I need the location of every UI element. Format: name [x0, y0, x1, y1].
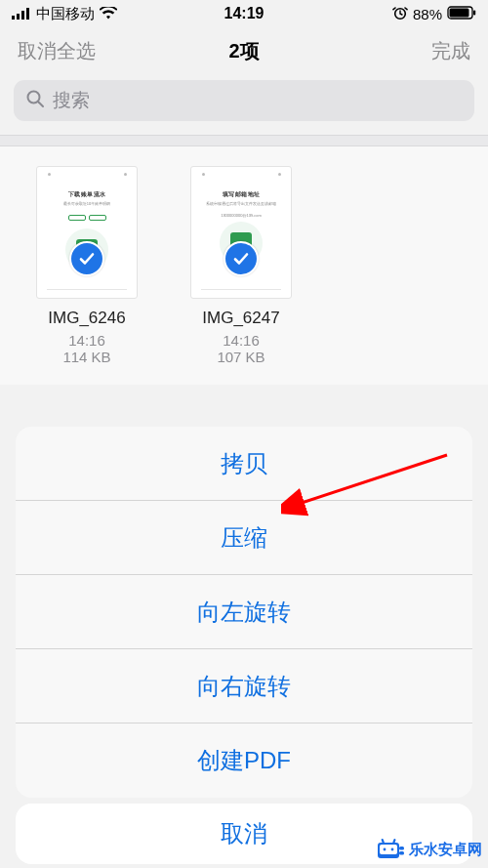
svg-point-15 — [384, 848, 386, 851]
file-name: IMG_6246 — [48, 309, 125, 328]
watermark: 乐水安卓网 — [376, 837, 482, 862]
battery-icon — [447, 6, 476, 22]
action-copy[interactable]: 拷贝 — [16, 427, 472, 501]
svg-line-9 — [39, 103, 44, 107]
file-thumbnail: 下载账单流水 最长可获取近10年账单明细 — [36, 166, 138, 299]
svg-rect-6 — [450, 8, 469, 17]
page-title: 2项 — [228, 38, 259, 64]
alarm-icon — [392, 5, 408, 23]
action-label: 拷贝 — [221, 448, 267, 479]
action-rotate-left[interactable]: 向左旋转 — [16, 575, 472, 649]
done-button[interactable]: 完成 — [431, 38, 470, 64]
search-wrap: 搜索 — [0, 74, 488, 135]
search-input[interactable]: 搜索 — [14, 80, 474, 121]
status-time: 14:19 — [224, 5, 264, 22]
action-compress[interactable]: 压缩 — [16, 501, 472, 575]
section-divider — [0, 135, 488, 146]
svg-point-8 — [28, 92, 40, 103]
svg-point-16 — [391, 848, 394, 851]
svg-rect-3 — [26, 8, 29, 20]
wifi-icon — [100, 6, 117, 22]
screen: 中国移动 14:19 88% 取消全选 2项 完成 搜索 — [0, 0, 488, 868]
svg-rect-0 — [12, 16, 15, 20]
action-label: 向右旋转 — [197, 671, 291, 702]
selection-check-icon — [69, 241, 104, 276]
status-bar: 中国移动 14:19 88% — [0, 0, 488, 27]
signal-icon — [12, 6, 31, 22]
watermark-icon — [376, 837, 405, 862]
action-label: 创建PDF — [197, 745, 291, 776]
file-thumbnail: 填写邮箱地址 系统审核通过后将导出文件发送至该邮箱 1300000000@139… — [190, 166, 292, 299]
svg-rect-7 — [473, 10, 475, 15]
action-label: 向左旋转 — [197, 597, 291, 628]
svg-rect-1 — [17, 14, 20, 20]
action-create-pdf[interactable]: 创建PDF — [16, 723, 472, 798]
file-time: 14:16 — [68, 332, 105, 349]
action-rotate-right[interactable]: 向右旋转 — [16, 649, 472, 723]
deselect-all-button[interactable]: 取消全选 — [18, 38, 96, 64]
svg-rect-2 — [21, 11, 24, 20]
file-item[interactable]: 下载账单流水 最长可获取近10年账单明细 IMG_6246 14:16 114 … — [23, 166, 150, 365]
search-placeholder: 搜索 — [53, 88, 90, 113]
svg-rect-14 — [399, 851, 404, 855]
action-label: 压缩 — [221, 522, 267, 554]
file-name: IMG_6247 — [202, 309, 279, 328]
battery-percent: 88% — [413, 6, 442, 22]
file-item[interactable]: 填写邮箱地址 系统审核通过后将导出文件发送至该邮箱 1300000000@139… — [178, 166, 305, 365]
carrier-label: 中国移动 — [36, 5, 95, 23]
cancel-label: 取消 — [221, 818, 267, 849]
watermark-text: 乐水安卓网 — [409, 841, 482, 859]
svg-rect-13 — [399, 847, 404, 850]
file-size: 114 KB — [62, 349, 110, 365]
svg-rect-12 — [380, 845, 397, 854]
nav-bar: 取消全选 2项 完成 — [0, 27, 488, 74]
action-sheet: 拷贝 压缩 向左旋转 向右旋转 创建PDF — [16, 427, 472, 798]
selection-check-icon — [224, 241, 259, 276]
file-time: 14:16 — [223, 332, 260, 349]
file-size: 107 KB — [217, 349, 264, 365]
files-grid: 下载账单流水 最长可获取近10年账单明细 IMG_6246 14:16 114 … — [0, 146, 488, 385]
search-icon — [25, 89, 45, 112]
